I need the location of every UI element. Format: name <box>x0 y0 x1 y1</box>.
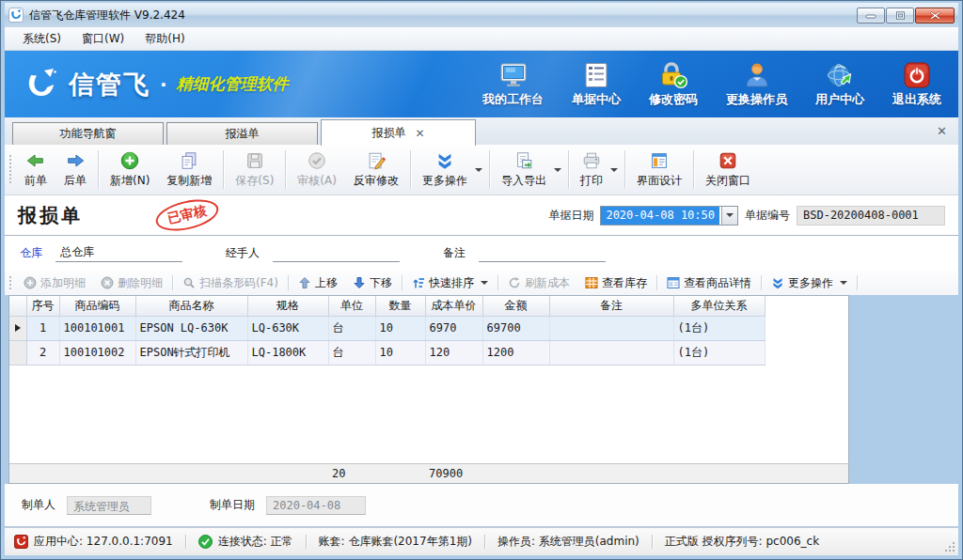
unaudit-button[interactable]: 反审修改 <box>345 147 407 193</box>
title-bar[interactable]: 信管飞仓库管理软件 V9.2.424 <box>5 3 958 27</box>
cell-seq[interactable]: 2 <box>26 340 59 365</box>
tab-function-nav[interactable]: 功能导航窗 <box>12 122 164 146</box>
doc-date-combobox[interactable]: 2020-04-08 10:50 <box>600 206 738 226</box>
warehouse-label[interactable]: 仓库 <box>20 245 42 261</box>
scan-barcode-button: 扫描条形码(F4) <box>175 272 286 293</box>
copy-new-button[interactable]: 复制新增 <box>158 147 220 193</box>
brand-banner: 信管飞 · 精细化管理软件 我的工作台 单据中心 修改密码 <box>5 51 958 117</box>
tab-overflow-doc[interactable]: 报溢单 <box>166 122 318 146</box>
my-workbench-button[interactable]: 我的工作台 <box>482 61 544 108</box>
grid-empty-area[interactable] <box>9 366 848 464</box>
make-date-field: 2020-04-08 <box>266 496 366 515</box>
more-actions-button[interactable]: 更多操作 <box>414 147 486 193</box>
cell-multi-unit[interactable]: (1台) <box>673 316 765 340</box>
handler-field[interactable] <box>273 244 400 262</box>
tab-damage-doc[interactable]: 报损单 ✕ <box>321 119 476 146</box>
import-export-icon <box>513 150 534 171</box>
next-doc-button[interactable]: 后单 <box>55 147 95 193</box>
detail-toolbar-grip[interactable] <box>8 275 12 290</box>
cell-cost-price[interactable]: 6970 <box>425 316 482 340</box>
quick-sort-button[interactable]: 快速排序 <box>404 272 496 293</box>
col-header-product-code[interactable]: 商品编码 <box>59 296 135 316</box>
cell-spec[interactable]: LQ-630K <box>247 316 328 340</box>
grid-row[interactable]: 1 100101001 EPSON LQ-630K LQ-630K 台 10 6… <box>9 316 765 340</box>
detail-button-label: 快速排序 <box>429 275 474 291</box>
col-header-amount[interactable]: 金额 <box>482 296 549 316</box>
cell-seq[interactable]: 1 <box>26 316 59 340</box>
switch-operator-button[interactable]: 更换操作员 <box>726 61 787 108</box>
toolbar-button-label: 审核(A) <box>297 173 337 189</box>
ui-design-icon <box>649 150 670 171</box>
doc-date-dropdown-button[interactable] <box>721 207 737 225</box>
change-password-button[interactable]: 修改密码 <box>649 61 698 108</box>
grid-row[interactable]: 2 100101002 EPSON针式打印机 LQ-1800K 台 10 120… <box>9 340 765 365</box>
cell-qty[interactable]: 10 <box>375 340 425 365</box>
cell-product-name[interactable]: EPSON针式打印机 <box>135 340 247 365</box>
import-export-button[interactable]: 导入导出 <box>493 147 565 193</box>
col-header-spec[interactable]: 规格 <box>247 296 328 316</box>
resize-grip[interactable] <box>944 541 955 552</box>
col-header-seq[interactable]: 序号 <box>26 296 59 316</box>
col-header-cost-price[interactable]: 成本单价 <box>425 296 482 316</box>
move-down-button[interactable]: 下移 <box>345 272 400 293</box>
maximize-button[interactable] <box>886 8 914 23</box>
toolbar-separator <box>693 150 694 189</box>
toolbar-button-label: 新增(N) <box>110 173 150 189</box>
tab-close-icon[interactable]: ✕ <box>415 128 424 139</box>
row-selector-cell[interactable] <box>9 340 26 365</box>
ui-design-button[interactable]: 界面设计 <box>628 147 690 193</box>
cell-unit[interactable]: 台 <box>328 316 375 340</box>
remark-field[interactable] <box>479 244 606 262</box>
cell-remark[interactable] <box>549 340 673 365</box>
col-header-product-name[interactable]: 商品名称 <box>135 296 247 316</box>
view-product-detail-button[interactable]: 查看商品详情 <box>659 272 759 293</box>
tabstrip-close-icon[interactable]: ✕ <box>937 124 947 138</box>
cell-qty[interactable]: 10 <box>375 316 425 340</box>
menu-system[interactable]: 系统(S) <box>12 28 71 50</box>
cell-cost-price[interactable]: 120 <box>425 340 482 365</box>
cell-amount[interactable]: 69700 <box>482 316 549 340</box>
col-header-qty[interactable]: 数量 <box>375 296 425 316</box>
close-button[interactable] <box>915 8 955 23</box>
toolbar-button-label: 复制新增 <box>166 173 212 189</box>
connection-status: 连接状态: 正常 <box>186 534 306 550</box>
brand-name: 信管飞 <box>69 68 150 101</box>
banner-action-label: 我的工作台 <box>482 91 544 108</box>
exit-system-button[interactable]: 退出系统 <box>892 61 941 108</box>
detail-button-label: 刷新成本 <box>525 275 570 291</box>
toolbar-separator <box>223 150 224 189</box>
view-stock-button[interactable]: 查看库存 <box>577 272 655 293</box>
print-button[interactable]: 打印 <box>572 147 622 193</box>
user-center-button[interactable]: 用户中心 <box>815 61 864 108</box>
menu-window[interactable]: 窗口(W) <box>71 28 134 50</box>
license-status: 正式版 授权序列号: pc006_ck <box>653 534 831 550</box>
move-up-button[interactable]: 上移 <box>291 272 345 293</box>
cell-product-name[interactable]: EPSON LQ-630K <box>135 316 247 340</box>
refresh-cost-button: 刷新成本 <box>500 272 577 293</box>
col-header-remark[interactable]: 备注 <box>549 296 673 316</box>
row-selector-cell[interactable] <box>9 316 26 340</box>
toolbar-grip[interactable] <box>8 154 12 185</box>
close-window-button[interactable]: 关闭窗口 <box>697 147 759 193</box>
menu-help[interactable]: 帮助(H) <box>134 28 195 50</box>
cell-spec[interactable]: LQ-1800K <box>247 340 328 365</box>
cell-unit[interactable]: 台 <box>328 340 375 365</box>
cell-product-code[interactable]: 100101002 <box>59 340 135 365</box>
cell-amount[interactable]: 1200 <box>482 340 549 365</box>
cell-product-code[interactable]: 100101001 <box>59 316 135 340</box>
document-center-button[interactable]: 单据中心 <box>572 61 621 108</box>
cell-remark[interactable] <box>549 316 673 340</box>
delete-detail-button: 删除明细 <box>93 272 170 293</box>
col-header-unit[interactable]: 单位 <box>328 296 375 316</box>
detail-more-actions-button[interactable]: 更多操作 <box>764 272 855 293</box>
toolbar-button-label: 关闭窗口 <box>705 173 750 189</box>
banner-action-label: 修改密码 <box>649 91 698 108</box>
col-header-multi-unit[interactable]: 多单位关系 <box>673 296 765 316</box>
prev-doc-button[interactable]: 前单 <box>16 147 55 193</box>
cell-multi-unit[interactable]: (1台) <box>673 340 765 365</box>
minimize-button[interactable] <box>857 8 885 23</box>
warehouse-field[interactable]: 总仓库 <box>55 244 182 262</box>
doc-date-value[interactable]: 2020-04-08 10:50 <box>601 207 721 225</box>
audit-check-icon <box>307 150 327 171</box>
new-button[interactable]: 新增(N) <box>102 147 158 193</box>
